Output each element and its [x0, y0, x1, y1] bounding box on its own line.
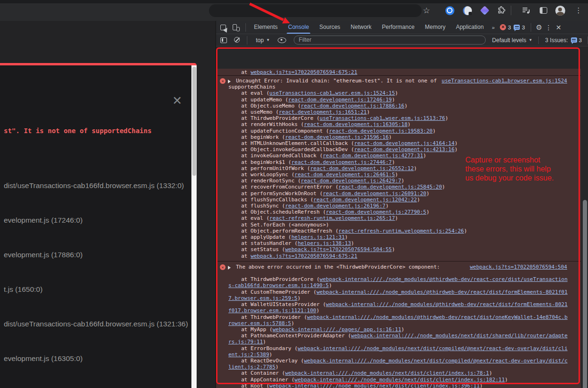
overlay-stack-frame: evelopment.js (17246:0)	[4, 216, 189, 226]
overlay-scrollbar-thumb[interactable]	[192, 67, 196, 176]
side-panel-icon[interactable]	[538, 5, 549, 16]
console-error-row-2: ✕ webpack.js?ts=1702205076594:504 The ab…	[216, 261, 581, 388]
source-link[interactable]: webpack.js?ts=1702205076594:675:21	[251, 69, 357, 75]
tab-console[interactable]: Console	[283, 21, 314, 34]
address-bar[interactable]	[209, 4, 422, 17]
inspect-element-icon[interactable]	[220, 24, 228, 31]
source-link[interactable]: react-dom.development.js:4213:16	[354, 146, 454, 153]
source-link[interactable]: react-dom.development.js:4164:14	[354, 140, 454, 146]
source-link[interactable]: react-dom.development.js:26196:7	[285, 203, 386, 209]
tab-elements[interactable]: Elements	[249, 21, 283, 34]
extension-blue-circle-icon[interactable]	[444, 5, 455, 16]
live-expression-eye-icon[interactable]	[278, 37, 286, 43]
expand-triangle-icon[interactable]	[228, 266, 231, 270]
stack-frame: at applyUpdate (helpers.js:121:31)	[228, 234, 568, 240]
source-link[interactable]: react-dom.development.js:21596:16	[285, 134, 389, 140]
source-link[interactable]: webpack-internal:///./node_modules/@thir…	[228, 276, 568, 289]
source-link[interactable]: webpack-internal:///./node_modules/next/…	[285, 370, 489, 376]
source-link[interactable]: helpers.js:121:31	[291, 234, 345, 240]
source-link[interactable]: react-dom.development.js:16305:18	[304, 121, 407, 127]
stack-frame: at renderRootSync (react-dom.development…	[228, 178, 568, 184]
source-link[interactable]: useTransactions-cab1…wser.esm.js:1513:76	[320, 115, 445, 121]
source-link[interactable]: react-dom.development.js:17246:19	[288, 97, 392, 103]
browser-menu-kebab-icon[interactable]: ⋮	[573, 5, 584, 16]
tab-memory[interactable]: Memory	[420, 21, 451, 34]
source-link[interactable]: webpack-internal:///./node_modules/next/…	[228, 345, 568, 358]
console-scrollbar-thumb[interactable]	[583, 200, 587, 388]
extension-grey-circle-icon[interactable]	[462, 5, 472, 16]
error-count-badge[interactable]: ✕ 3	[500, 24, 511, 30]
more-tabs-chevron-icon[interactable]: »	[489, 25, 497, 30]
stack-frame: at recoverFromConcurrentError (react-dom…	[228, 184, 568, 190]
overlay-stack-frame: dist/useTransactions-cab166fd.browser.es…	[4, 320, 189, 330]
source-link[interactable]: webpack.js?ts=1702205076594:504:55	[285, 246, 392, 253]
extensions-puzzle-icon[interactable]	[496, 5, 507, 16]
console-output: at webpack.js?ts=1702205076594:675:21 ✕ …	[216, 46, 588, 388]
source-link[interactable]: webpack.js?ts=1702205076594:675:21	[251, 253, 357, 259]
console-sidebar-toggle-icon[interactable]	[220, 36, 228, 44]
extension-purple-diamond-icon[interactable]	[479, 5, 490, 16]
devtools-menu-kebab-icon[interactable]: ⋮	[544, 24, 553, 31]
source-link[interactable]: webpack-internal:///./node_modules/@thir…	[228, 314, 568, 326]
source-link[interactable]: react-dom.development.js:4277:31	[323, 153, 423, 159]
source-link[interactable]: react.development.js:1651:21	[279, 109, 366, 115]
device-toolbar-icon[interactable]	[232, 24, 240, 31]
source-link[interactable]: webpack-internal:///./node_modules/next/…	[295, 377, 505, 383]
stack-frame: at Container (webpack-internal:///./node…	[228, 370, 568, 376]
toolbar-divider	[511, 6, 511, 15]
tab-network[interactable]: Network	[345, 21, 377, 34]
source-link[interactable]: react-dom.development.js:27446:7	[291, 159, 392, 165]
source-link[interactable]: webpack-internal:///./node_modules/next/…	[270, 383, 480, 388]
stack-frame: at updateMemo (react-dom.development.js:…	[228, 97, 568, 103]
clear-console-icon[interactable]	[234, 36, 241, 44]
source-link[interactable]: react-dom.development.js:12042:22	[313, 197, 417, 203]
source-link[interactable]: react-dom.development.js:27790:5	[326, 209, 426, 215]
devtools-settings-gear-icon[interactable]: ⚙	[534, 23, 544, 32]
context-selector-label: top	[256, 37, 264, 44]
tab-application[interactable]: Application	[451, 21, 489, 34]
source-link[interactable]: react-dom.development.js:25845:20	[338, 184, 442, 190]
stack-frame: at Set.forEach (<anonymous>)	[228, 222, 568, 228]
issues-label: 3 Issues:	[545, 37, 568, 44]
console-row-partial: at webpack.js?ts=1702205076594:675:21	[216, 69, 581, 75]
console-error-row-1: ✕ useTransactions-cab1…browser.esm.js:15…	[216, 75, 581, 261]
source-link[interactable]: webpack-internal:///./pages/_app.js:16:1…	[272, 326, 401, 333]
source-link[interactable]: react-dom.development.js:19583:20	[329, 128, 433, 134]
source-link[interactable]: webpack-internal:///./node_modules/next/…	[228, 333, 568, 345]
stack-frame: at workLoopSync (react-dom.development.j…	[228, 171, 568, 178]
stack-frame: at MyApp (webpack-internal:///./pages/_a…	[228, 326, 568, 333]
tab-performance[interactable]: Performance	[377, 21, 420, 34]
stack-frame: at beginWork$1 (react-dom.development.js…	[228, 159, 568, 165]
tab-sources[interactable]: Sources	[314, 21, 345, 34]
media-playlist-icon[interactable]	[521, 5, 532, 16]
source-link[interactable]: react-dom.development.js:26461:5	[295, 171, 395, 178]
source-link[interactable]: webpack-internal:///./node_modules/next/…	[228, 358, 568, 370]
browser-toolbar: ☆ ⋮	[0, 0, 588, 21]
source-link[interactable]: react-dom.development.js:26552:12	[310, 165, 414, 171]
console-filter-input[interactable]: Filter	[294, 36, 486, 45]
stack-frame: at ErrorBoundary (webpack-internal:///./…	[228, 345, 568, 358]
expand-triangle-icon[interactable]	[228, 80, 231, 83]
source-link[interactable]: react-dom.development.js:26429:7	[301, 178, 401, 184]
source-link[interactable]: useTransactions-cab1…browser.esm.js:1524	[442, 78, 567, 84]
source-link[interactable]: helpers.js:138:13	[298, 240, 351, 246]
source-link[interactable]: react-refresh-runtim…velopment.js:265:17	[270, 215, 395, 221]
overlay-scrollbar[interactable]	[191, 65, 197, 388]
profile-avatar[interactable]	[555, 5, 565, 16]
issues-counter[interactable]: 3 Issues: 3	[545, 37, 582, 44]
source-link[interactable]: useTransactions-cab1…wser.esm.js:1524:15	[270, 90, 395, 96]
stack-frame: at flushSyncCallbacks (react-dom.develop…	[228, 197, 568, 203]
source-link[interactable]: webpack.js?ts=1702205076594:504	[470, 264, 567, 270]
source-link[interactable]: react-dom.development.js:17886:16	[301, 103, 405, 109]
source-link[interactable]: webpack-internal:///./node_modules/@thir…	[228, 301, 568, 314]
source-link[interactable]: react-dom.development.js:26091:20	[323, 190, 426, 197]
devtools-close-icon[interactable]: ✕	[553, 24, 564, 31]
stack-frame: at updateFunctionComponent (react-dom.de…	[228, 128, 568, 134]
log-levels-dropdown[interactable]: Default levels ▼	[492, 37, 533, 44]
bookmark-star-icon[interactable]: ☆	[421, 5, 432, 16]
source-link[interactable]: webpack-internal:///./node_modules/@thir…	[228, 289, 568, 301]
overlay-close-icon[interactable]: ✕	[171, 94, 184, 107]
message-count-badge[interactable]: 3	[514, 25, 525, 30]
context-selector[interactable]: top ▼	[256, 37, 270, 44]
source-link[interactable]: react-refresh-runtim…velopment.js:254:26	[338, 228, 464, 234]
